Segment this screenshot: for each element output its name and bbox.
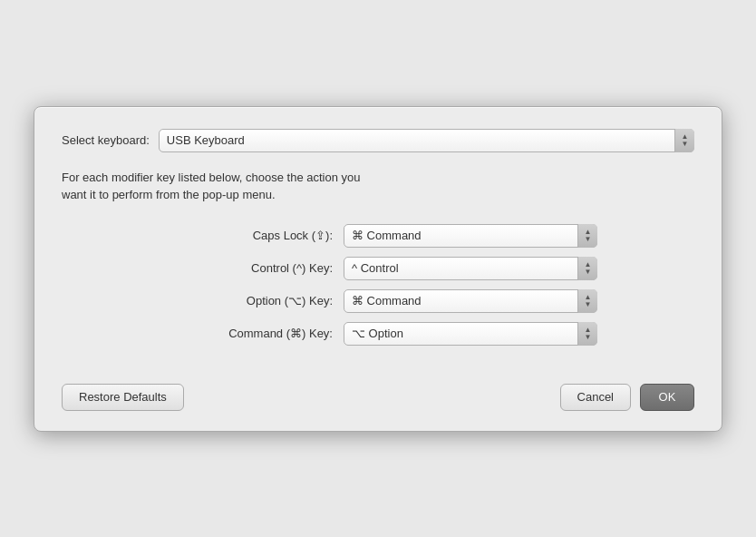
keyboard-select-wrapper: USB Keyboard ▲ ▼ xyxy=(159,129,694,152)
modifier-select[interactable]: No Action⌘ Command^ Control⌥ Option⇪ Cap… xyxy=(344,257,597,280)
modifier-key-label: Caps Lock (⇪): xyxy=(142,229,333,242)
modifier-select-wrapper: No Action⌘ Command^ Control⌥ Option⇪ Cap… xyxy=(344,224,597,248)
modifier-row: Control (^) Key:No Action⌘ Command^ Cont… xyxy=(142,257,614,280)
modifier-select-wrapper: No Action⌘ Command^ Control⌥ Option⇪ Cap… xyxy=(344,289,597,313)
modifier-key-label: Command (⌘) Key: xyxy=(142,327,333,340)
keyboard-select[interactable]: USB Keyboard xyxy=(159,129,694,152)
keyboard-label: Select keyboard: xyxy=(62,133,150,147)
cancel-button[interactable]: Cancel xyxy=(560,384,631,411)
modifier-select[interactable]: No Action⌘ Command^ Control⌥ Option⇪ Cap… xyxy=(344,289,597,313)
keyboard-selector-row: Select keyboard: USB Keyboard ▲ ▼ xyxy=(62,129,694,152)
button-row: Restore Defaults Cancel OK xyxy=(62,380,694,411)
modifier-select[interactable]: No Action⌘ Command^ Control⌥ Option⇪ Cap… xyxy=(344,322,597,346)
description: For each modifier key listed below, choo… xyxy=(62,169,694,204)
modifier-row: Caps Lock (⇪):No Action⌘ Command^ Contro… xyxy=(142,224,614,248)
restore-defaults-button[interactable]: Restore Defaults xyxy=(62,384,184,411)
ok-button[interactable]: OK xyxy=(640,384,694,411)
modifier-select-wrapper: No Action⌘ Command^ Control⌥ Option⇪ Cap… xyxy=(344,257,597,280)
modifier-select[interactable]: No Action⌘ Command^ Control⌥ Option⇪ Cap… xyxy=(344,224,597,248)
modifier-row: Command (⌘) Key:No Action⌘ Command^ Cont… xyxy=(142,322,614,346)
modifier-key-label: Option (⌥) Key: xyxy=(142,294,333,308)
modifier-row: Option (⌥) Key:No Action⌘ Command^ Contr… xyxy=(142,289,614,313)
modifier-rows: Caps Lock (⇪):No Action⌘ Command^ Contro… xyxy=(62,224,694,355)
modifier-key-label: Control (^) Key: xyxy=(142,261,333,275)
right-buttons: Cancel OK xyxy=(560,384,694,411)
modifier-select-wrapper: No Action⌘ Command^ Control⌥ Option⇪ Cap… xyxy=(344,322,597,346)
modifier-keys-dialog: Select keyboard: USB Keyboard ▲ ▼ For ea… xyxy=(34,106,722,432)
